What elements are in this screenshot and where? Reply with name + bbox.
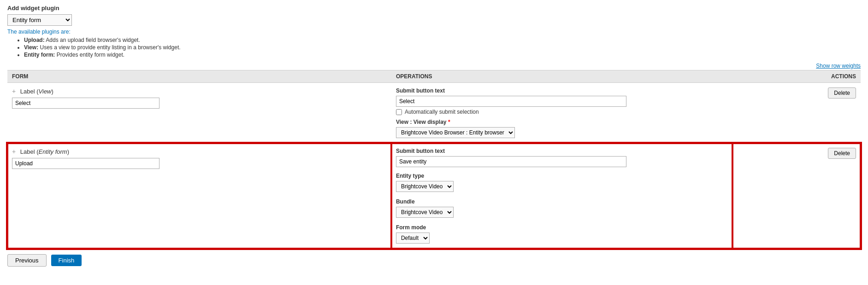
plugin-view: View: Uses a view to provide entity list… <box>24 44 861 51</box>
add-widget-section: Add widget plugin Entity form Upload Vie… <box>7 5 861 58</box>
label-text-entity: Label (Entity form) <box>20 148 69 155</box>
plugin-list: Upload: Adds an upload field browser's w… <box>7 37 861 58</box>
ops-section-view: Submit button text Automatically submit … <box>396 87 728 138</box>
plugin-entity-form-name: Entity form: <box>24 52 55 58</box>
form-mode-select[interactable]: Default <box>396 233 430 244</box>
drag-handle-view[interactable]: + <box>12 87 16 95</box>
add-widget-title: Add widget plugin <box>7 5 861 12</box>
main-table: FORM OPERATIONS ACTIONS + Label (View) S… <box>7 70 861 249</box>
table-body: + Label (View) Submit button text Automa… <box>7 83 861 249</box>
bundle-label: Bundle <box>396 198 728 205</box>
plugin-entity-form: Entity form: Provides entity form widget… <box>24 52 861 58</box>
form-cell-entity: + Label (Entity form) <box>7 143 391 249</box>
required-star-view: * <box>448 119 450 125</box>
label-em-view: View <box>39 88 52 95</box>
submit-input-view[interactable] <box>396 96 626 107</box>
plugin-select[interactable]: Entity form Upload View <box>7 14 72 26</box>
label-em-entity: Entity form <box>39 148 67 155</box>
col-actions-header: ACTIONS <box>732 70 861 83</box>
plugin-entity-form-desc: Provides entity form widget. <box>57 52 124 58</box>
form-input-view[interactable] <box>12 98 159 109</box>
plugin-upload-name: Upload: <box>24 37 45 43</box>
plugin-upload-desc: Adds an upload field browser's widget. <box>46 37 140 43</box>
finish-button[interactable]: Finish <box>51 255 82 266</box>
form-mode-label: Form mode <box>396 224 728 231</box>
auto-submit-checkbox[interactable] <box>396 109 402 115</box>
submit-input-entity[interactable] <box>396 156 626 167</box>
delete-button-view[interactable]: Delete <box>828 87 856 99</box>
available-plugins-text: The available plugins are: <box>7 29 861 35</box>
plugin-view-desc: Uses a view to provide entity listing in… <box>40 44 180 51</box>
form-label-view: + Label (View) <box>12 87 387 95</box>
form-input-entity[interactable] <box>12 158 159 169</box>
label-text-view: Label (View) <box>20 88 53 95</box>
plugin-select-wrapper: Entity form Upload View <box>7 14 861 26</box>
actions-cell-entity: Delete <box>732 143 861 249</box>
entity-type-select[interactable]: Brightcove Video <box>396 181 454 192</box>
table-header-row: FORM OPERATIONS ACTIONS <box>7 70 861 83</box>
form-label-entity: + Label (Entity form) <box>12 148 387 155</box>
auto-submit-row: Automatically submit selection <box>396 109 728 115</box>
table-header: FORM OPERATIONS ACTIONS <box>7 70 861 83</box>
bundle-select[interactable]: Brightcove Video <box>396 207 454 218</box>
show-row-weights-link[interactable]: Show row weights <box>7 63 861 69</box>
actions-cell-view: Delete <box>732 83 861 143</box>
ops-cell-view: Submit button text Automatically submit … <box>391 83 732 143</box>
form-cell-view: + Label (View) <box>7 83 391 143</box>
bottom-buttons: Previous Finish <box>7 254 861 267</box>
submit-btn-text-label-entity: Submit button text <box>396 148 728 154</box>
ops-section-entity: Submit button text Entity type Brightcov… <box>396 148 728 244</box>
drag-handle-entity[interactable]: + <box>12 148 16 155</box>
view-display-select[interactable]: Brightcove Video Browser : Entity browse… <box>396 127 515 138</box>
ops-cell-entity: Submit button text Entity type Brightcov… <box>391 143 732 249</box>
view-display-label: View : View display * <box>396 119 728 125</box>
table-row: + Label (View) Submit button text Automa… <box>7 83 861 143</box>
col-ops-header: OPERATIONS <box>391 70 732 83</box>
delete-button-entity[interactable]: Delete <box>828 148 856 159</box>
plugin-view-name: View: <box>24 44 38 51</box>
col-form-header: FORM <box>7 70 391 83</box>
submit-btn-text-label-view: Submit button text <box>396 87 728 94</box>
previous-button[interactable]: Previous <box>7 254 47 267</box>
plugin-upload: Upload: Adds an upload field browser's w… <box>24 37 861 43</box>
auto-submit-label: Automatically submit selection <box>405 109 479 115</box>
entity-type-label: Entity type <box>396 173 728 179</box>
table-row: + Label (Entity form) Submit button text… <box>7 143 861 249</box>
